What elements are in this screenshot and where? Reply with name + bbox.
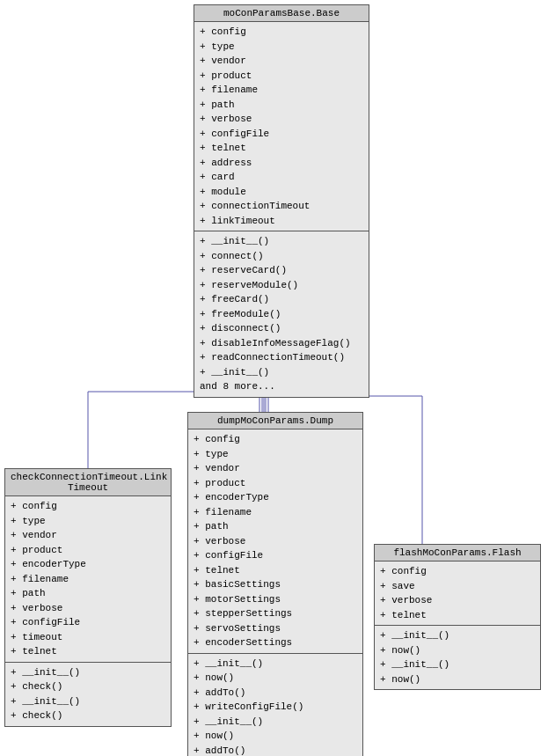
flash-methods: + __init__()+ now()+ __init__()+ now() [375, 626, 540, 689]
list-item: + __init__() [11, 665, 165, 680]
list-item: + configFile [194, 548, 357, 563]
list-item: + linkTimeout [200, 214, 363, 229]
list-item: + __init__() [11, 694, 165, 709]
flash-attrs: + config+ save+ verbose+ telnet [375, 561, 540, 626]
list-item: + addTo() [194, 686, 357, 701]
list-item: + configFile [11, 615, 165, 630]
list-item: + type [200, 40, 363, 55]
flash-title: flashMoConParams.Flash [375, 545, 540, 561]
list-item: + vendor [200, 54, 363, 69]
list-item: + basicSettings [194, 577, 357, 592]
list-item: + card [200, 170, 363, 185]
list-item: + verbose [194, 534, 357, 549]
list-item: + telnet [200, 141, 363, 156]
list-item: + __init__() [200, 234, 363, 249]
list-item: + telnet [11, 644, 165, 659]
list-item: + freeCard() [200, 292, 363, 307]
list-item: + product [11, 543, 165, 558]
list-item: + telnet [194, 563, 357, 578]
list-item: + motorSettings [194, 592, 357, 607]
check-methods: + __init__()+ check()+ __init__()+ check… [5, 663, 171, 726]
list-item: + product [194, 476, 357, 491]
list-item: + verbose [200, 112, 363, 127]
list-item: + addTo() [194, 744, 357, 757]
list-item: + encoderType [11, 557, 165, 572]
diagram-container: moConParamsBase.Base + config+ type+ ven… [0, 0, 548, 756]
list-item: + save [380, 579, 535, 594]
list-item: + servoSettings [194, 621, 357, 636]
list-item: + check() [11, 679, 165, 694]
list-item: + filename [200, 83, 363, 98]
list-item: + path [200, 98, 363, 113]
flash-box: flashMoConParams.Flash + config+ save+ v… [374, 544, 541, 690]
list-item: + module [200, 185, 363, 200]
list-item: + type [194, 447, 357, 462]
list-item: + encoderType [194, 490, 357, 505]
list-item: + __init__() [194, 657, 357, 672]
dump-methods: + __init__()+ now()+ addTo()+ writeConfi… [188, 654, 362, 757]
list-item: + config [380, 564, 535, 579]
dump-box: dumpMoConParams.Dump + config+ type+ ven… [187, 412, 363, 756]
list-item: + __init__() [380, 657, 535, 672]
list-item: + type [11, 514, 165, 529]
list-item: + __init__() [380, 628, 535, 643]
list-item: + path [11, 586, 165, 601]
list-item: + config [11, 499, 165, 514]
list-item: + check() [11, 708, 165, 723]
list-item: and 8 more... [200, 379, 363, 394]
list-item: + vendor [11, 528, 165, 543]
list-item: + now() [380, 672, 535, 687]
list-item: + path [194, 519, 357, 534]
list-item: + product [200, 69, 363, 84]
base-title: moConParamsBase.Base [194, 5, 369, 22]
list-item: + stepperSettings [194, 606, 357, 621]
list-item: + freeModule() [200, 307, 363, 322]
list-item: + filename [194, 505, 357, 520]
list-item: + now() [194, 729, 357, 744]
list-item: + disconnect() [200, 321, 363, 336]
list-item: + disableInfoMessageFlag() [200, 336, 363, 351]
list-item: + connectionTimeout [200, 199, 363, 214]
list-item: + writeConfigFile() [194, 700, 357, 715]
list-item: + verbose [380, 593, 535, 608]
list-item: + __init__() [200, 365, 363, 380]
list-item: + connect() [200, 249, 363, 264]
list-item: + configFile [200, 127, 363, 142]
base-attrs: + config+ type+ vendor+ product+ filenam… [194, 22, 369, 231]
dump-attrs: + config+ type+ vendor+ product+ encoder… [188, 429, 362, 654]
list-item: + now() [380, 643, 535, 658]
check-box: checkConnectionTimeout.Link Timeout + co… [4, 468, 172, 727]
list-item: + verbose [11, 601, 165, 616]
list-item: + telnet [380, 608, 535, 623]
list-item: + filename [11, 572, 165, 587]
list-item: + readConnectionTimeout() [200, 350, 363, 365]
list-item: + timeout [11, 630, 165, 645]
list-item: + __init__() [194, 715, 357, 730]
list-item: + now() [194, 671, 357, 686]
list-item: + vendor [194, 461, 357, 476]
check-attrs: + config+ type+ vendor+ product+ encoder… [5, 496, 171, 663]
list-item: + config [200, 25, 363, 40]
base-box: moConParamsBase.Base + config+ type+ ven… [194, 4, 369, 398]
dump-title: dumpMoConParams.Dump [188, 413, 362, 429]
list-item: + reserveCard() [200, 263, 363, 278]
list-item: + reserveModule() [200, 278, 363, 293]
list-item: + config [194, 432, 357, 447]
list-item: + address [200, 156, 363, 171]
check-title: checkConnectionTimeout.Link Timeout [5, 469, 171, 496]
list-item: + encoderSettings [194, 635, 357, 650]
base-methods: + __init__()+ connect()+ reserveCard()+ … [194, 231, 369, 397]
